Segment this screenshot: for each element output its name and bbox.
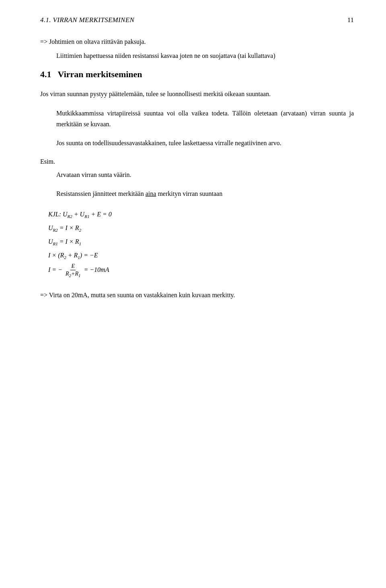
kjl-line: KJL: UR2 + UR1 + E = 0 (48, 208, 354, 221)
ur1-line: UR1 = I × R1 (48, 235, 354, 249)
conclusion: => Virta on 20mA, mutta sen suunta on va… (40, 290, 354, 300)
p5-end: merkityn virran suuntaan (156, 190, 222, 197)
page: 4.1. VIRRAN MERKITSEMINEN 11 => Johtimie… (0, 0, 386, 588)
intro-paragraph: Liittimien hapettuessa niiden resistanss… (56, 50, 354, 61)
paragraph-1: Jos virran suunnan pystyy päättelemään, … (40, 88, 354, 99)
esim-label: Esim. (40, 158, 354, 165)
section-title: Virran merkitseminen (58, 69, 142, 79)
section-heading: 4.1 Virran merkitseminen (40, 69, 354, 80)
fraction: E R2+R1 (65, 263, 82, 278)
section-number: 4.1 (40, 69, 51, 79)
i-sum-line: I × (R2 + R1) = −E (48, 249, 354, 262)
paragraph-4: Arvataan virran sunta väärin. (56, 169, 354, 180)
p5-underline: aina (146, 190, 156, 197)
header-title: 4.1. VIRRAN MERKITSEMINEN (40, 16, 134, 24)
intro-arrow: => Johtimien on oltava riittävän paksuja… (40, 36, 354, 47)
paragraph-2: Mutkikkaammissa virtapiireissä suuntaa v… (56, 108, 354, 130)
fraction-denominator: R2+R1 (65, 270, 82, 278)
page-header: 4.1. VIRRAN MERKITSEMINEN 11 (40, 16, 354, 24)
paragraph-5: Resistanssien jännitteet merkitään aina … (56, 188, 354, 199)
p5-start: Resistanssien jännitteet merkitään (56, 190, 146, 197)
ur2-line: UR2 = I × R2 (48, 221, 354, 235)
i-result-line: I = − E R2+R1 = −10mA (48, 263, 354, 278)
math-block: KJL: UR2 + UR1 + E = 0 UR2 = I × R2 UR1 … (48, 208, 354, 278)
intro-text: Liittimien hapettuessa niiden resistanss… (56, 52, 275, 59)
fraction-numerator: E (70, 263, 76, 270)
paragraph-3: Jos suunta on todellisuudessavastakkaine… (56, 138, 354, 148)
page-number: 11 (347, 16, 354, 24)
arrow-text: => Johtimien on oltava riittävän paksuja… (40, 38, 146, 45)
conclusion-text: => Virta on 20mA, mutta sen suunta on va… (40, 292, 235, 298)
